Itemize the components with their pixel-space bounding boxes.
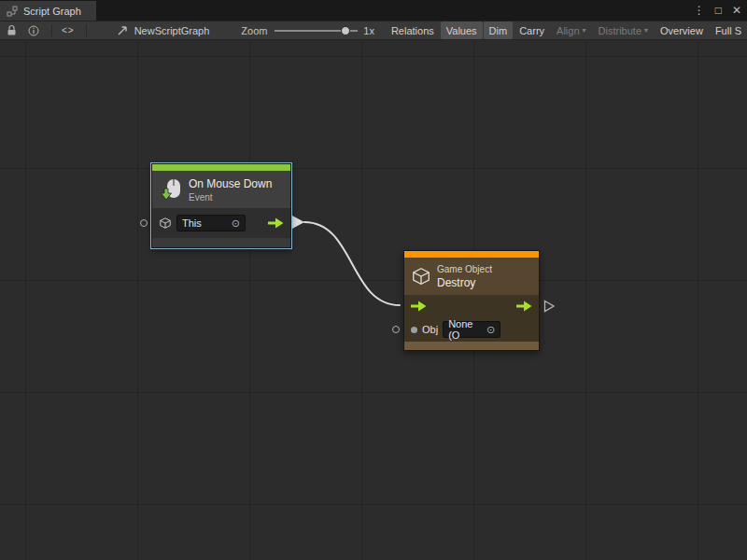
window-close-icon[interactable]: ✕ <box>732 4 741 17</box>
toolbar-button-overview[interactable]: Overview <box>655 21 709 39</box>
info-icon[interactable] <box>28 25 39 36</box>
param-label: Obj <box>422 324 438 335</box>
game-object-cube-icon <box>159 217 172 230</box>
zoom-knob[interactable] <box>341 26 350 35</box>
window-controls: ⋮ □ ✕ <box>694 0 741 21</box>
node-body: Obj None (O ⊙ <box>404 295 539 342</box>
mouse-down-event-icon <box>159 177 183 202</box>
tab-title: Script Graph <box>23 6 81 17</box>
object-field[interactable]: None (O ⊙ <box>443 321 500 338</box>
toolbar-button-relations[interactable]: Relations <box>386 21 440 39</box>
node-title: Destroy <box>437 276 492 289</box>
window-maximize-icon[interactable]: □ <box>715 4 722 17</box>
trigger-output-port[interactable] <box>516 301 532 312</box>
object-field-value: None (O <box>448 318 483 341</box>
object-picker-icon[interactable]: ⊙ <box>232 217 240 230</box>
node-on-mouse-down[interactable]: On Mouse Down Event This ⊙ <box>151 163 291 248</box>
target-field[interactable]: This ⊙ <box>176 215 246 231</box>
toolbar-button-values[interactable]: Values <box>441 21 483 39</box>
trigger-output-port[interactable] <box>268 217 284 229</box>
value-port-dot[interactable] <box>411 327 417 333</box>
dropdown-arrow-icon: ▾ <box>583 26 586 35</box>
connection-start-arrow[interactable] <box>292 216 304 229</box>
toolbar-button-distribute[interactable]: Distribute▾ <box>593 21 654 39</box>
node-category: Game Object <box>437 264 492 274</box>
node-header[interactable]: On Mouse Down Event <box>152 171 290 208</box>
node-destroy[interactable]: Game Object Destroy Obj No <box>403 250 540 351</box>
node-accent-strip <box>404 251 539 258</box>
trigger-row <box>404 295 539 317</box>
zoom-value: 1x <box>363 25 374 36</box>
node-subtitle: Event <box>189 192 272 203</box>
connections-layer <box>0 40 747 560</box>
code-preview-icon[interactable]: <> <box>62 25 75 35</box>
dropdown-arrow-icon: ▾ <box>644 26 648 35</box>
node-accent-strip <box>152 164 290 171</box>
connection-wire[interactable] <box>304 222 400 305</box>
game-object-cube-icon <box>411 266 431 287</box>
object-picker-icon[interactable]: ⊙ <box>486 324 495 336</box>
graph-pointer-icon <box>117 24 129 36</box>
graph-name-label[interactable]: NewScriptGraph <box>134 25 210 36</box>
script-graph-window: Script Graph ⋮ □ ✕ <> NewScriptGraph Zoo… <box>0 0 747 560</box>
toolbar-button-carry[interactable]: Carry <box>514 21 550 39</box>
node-title: On Mouse Down <box>189 177 272 190</box>
object-input-port[interactable] <box>392 326 400 333</box>
toolbar-separator <box>86 24 87 36</box>
node-footer <box>404 342 539 350</box>
node-header[interactable]: Game Object Destroy <box>404 258 539 295</box>
script-graph-icon <box>7 6 18 17</box>
target-field-value: This <box>182 217 202 229</box>
param-row: Obj None (O ⊙ <box>404 317 539 342</box>
toolbar-button-dim[interactable]: Dim <box>484 21 514 39</box>
graph-toolbar: <> NewScriptGraph Zoom 1x Relations Valu… <box>0 21 747 40</box>
tab-script-graph[interactable]: Script Graph <box>0 1 96 21</box>
toolbar-separator <box>51 24 52 36</box>
node-footer <box>152 238 290 247</box>
toolbar-button-align[interactable]: Align▾ <box>551 21 591 39</box>
zoom-slider[interactable] <box>275 25 358 36</box>
port-row: This ⊙ <box>152 208 290 238</box>
toolbar-button-fullscreen[interactable]: Full S <box>710 21 747 39</box>
trigger-input-port[interactable] <box>411 301 427 312</box>
window-menu-icon[interactable]: ⋮ <box>694 4 705 17</box>
tab-bar: Script Graph ⋮ □ ✕ <box>0 0 747 21</box>
output-connect-hint-icon[interactable] <box>543 300 556 316</box>
target-input-port[interactable] <box>140 219 148 227</box>
lock-icon[interactable] <box>7 24 17 36</box>
zoom-label: Zoom <box>241 25 267 36</box>
node-body: This ⊙ <box>152 208 290 238</box>
graph-canvas[interactable]: On Mouse Down Event This ⊙ <box>0 40 747 560</box>
toolbar-buttons: Relations Values Dim Carry Align▾ Distri… <box>386 21 747 39</box>
